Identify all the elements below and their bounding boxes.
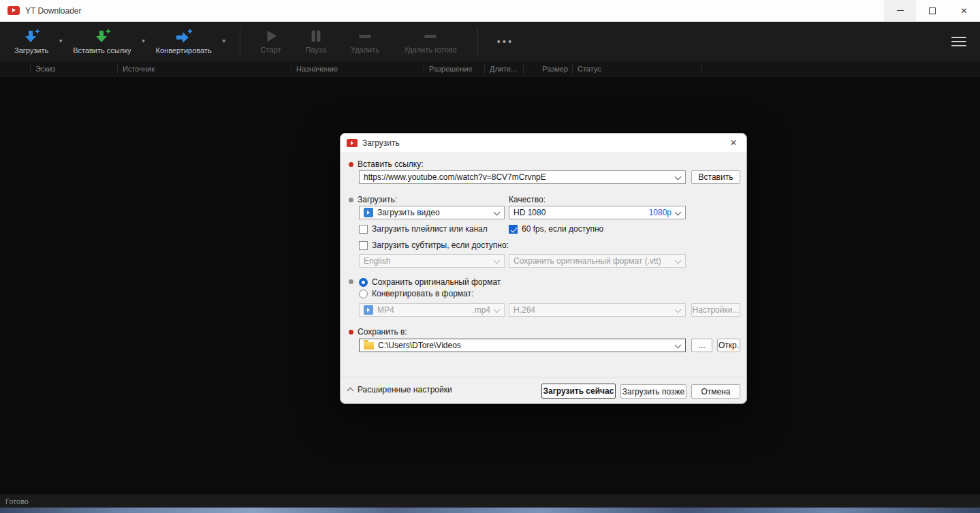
status-text: Готово [5, 497, 29, 506]
dialog-footer-divider [341, 377, 746, 377]
playlist-checkbox-label: Загрузить плейлист или канал [372, 224, 488, 234]
paste-link-dropdown-chevron-icon[interactable]: ▼ [136, 38, 151, 44]
convert-format-radio[interactable]: Конвертировать в формат: [359, 289, 473, 298]
download-later-label: Загрузить позже [622, 387, 684, 397]
save-path-value: C:\Users\DTore\Videos [378, 341, 461, 350]
toolbar-download-button[interactable]: Загрузить [10, 22, 53, 61]
convert-format-radio-label: Конвертировать в формат: [372, 289, 473, 298]
app-logo-icon [7, 6, 20, 15]
maximize-button[interactable] [916, 0, 948, 21]
quality-select[interactable]: HD 1080 1080p [509, 206, 686, 219]
subtitles-checkbox-label: Загрузить субтитры, если доступно: [372, 240, 509, 250]
open-folder-button[interactable]: Откр. [717, 339, 740, 352]
keep-original-radio[interactable]: Сохранить оригинальный формат [359, 277, 501, 287]
url-input[interactable]: https://www.youtube.com/watch?v=8CV7mCrv… [359, 170, 686, 184]
menu-button[interactable] [951, 37, 966, 46]
desktop-wallpaper-strip [0, 508, 980, 513]
toolbar-start-label: Старт [261, 46, 281, 54]
download-now-button[interactable]: Загрузить сейчас [541, 384, 616, 399]
toolbar-paste-link-label: Вставить ссылку [73, 46, 131, 55]
column-separator [701, 65, 702, 74]
download-arrow-icon [22, 29, 40, 44]
toolbar-download-label: Загрузить [14, 46, 48, 55]
save-to-label: Сохранить в: [358, 327, 407, 337]
dialog-body: Вставить ссылку: https://www.youtube.com… [341, 152, 746, 404]
toolbar-pause-label: Пауза [305, 46, 326, 54]
toolbar-delete-button: Удалить [338, 22, 392, 61]
column-header-destination[interactable]: Назначение [291, 65, 424, 74]
column-header-resolution[interactable]: Разрешение [424, 65, 484, 74]
minimize-button[interactable] [884, 0, 916, 21]
codec-value: H.264 [513, 305, 535, 315]
download-mode-value: Загрузить видео [377, 208, 440, 217]
quality-resolution: 1080p [649, 208, 671, 217]
container-format-value: MP4 [377, 305, 394, 315]
checkbox-icon [359, 225, 368, 234]
toolbar-pause-button: Пауза [293, 22, 338, 61]
paste-link-label: Вставить ссылку: [358, 159, 424, 169]
fps-checkbox[interactable]: 60 fps, если доступно [509, 224, 603, 234]
convert-dropdown-chevron-icon[interactable]: ▼ [217, 38, 232, 44]
download-later-button[interactable]: Загрузить позже [620, 384, 686, 399]
pause-icon [309, 29, 323, 44]
container-ext: .mp4 [472, 305, 490, 315]
required-bullet [349, 330, 353, 335]
section-bullet [349, 279, 353, 284]
download-mode-select[interactable]: Загрузить видео [359, 206, 505, 219]
cancel-button[interactable]: Отмена [691, 384, 740, 399]
radio-selected-icon [359, 278, 368, 287]
convert-arrow-icon [175, 29, 193, 44]
advanced-settings-label: Расширенные настройки [358, 385, 452, 394]
delete-icon [357, 29, 373, 44]
toolbar-start-button: Старт [249, 22, 294, 61]
minimize-icon [897, 10, 904, 11]
toolbar-delete-label: Удалить [351, 46, 379, 54]
column-header-size[interactable]: Размер [523, 65, 572, 74]
section-bullet [349, 198, 353, 202]
menu-icon [951, 37, 966, 38]
toolbar-separator [477, 27, 478, 56]
download-now-label: Загрузить сейчас [543, 386, 614, 396]
toolbar-paste-link-button[interactable]: Вставить ссылку [68, 22, 136, 61]
column-header-thumbnail[interactable]: Эскиз [30, 65, 117, 74]
toolbar-more-button[interactable]: ••• [486, 35, 525, 47]
dialog-app-icon [347, 139, 358, 147]
advanced-settings-toggle[interactable]: Расширенные настройки [348, 384, 452, 395]
keep-original-radio-label: Сохранить оригинальный формат [372, 277, 501, 287]
list-header: Эскиз Источник Назначение Разрешение Дли… [0, 61, 980, 77]
column-header-status[interactable]: Статус [572, 65, 701, 74]
settings-button: Настройки... [691, 303, 740, 317]
subtitle-language-value: English [364, 256, 390, 266]
paste-button[interactable]: Вставить [691, 170, 740, 184]
close-button[interactable]: ✕ [948, 0, 980, 21]
dialog-close-button[interactable]: ✕ [723, 134, 744, 152]
maximize-icon [929, 7, 936, 14]
toolbar-delete-done-label: Удалить готово [404, 46, 457, 54]
codec-select: H.264 [509, 303, 686, 317]
column-header-duration[interactable]: Длите... [484, 65, 523, 74]
required-bullet [349, 162, 353, 167]
column-header-source[interactable]: Источник [117, 65, 291, 74]
close-icon: ✕ [960, 6, 967, 16]
playlist-checkbox[interactable]: Загрузить плейлист или канал [359, 224, 488, 234]
subtitle-language-select: English [359, 254, 505, 268]
toolbar-convert-button[interactable]: Конвертировать [151, 22, 217, 61]
delete-done-icon [422, 29, 439, 44]
video-icon [364, 208, 373, 217]
titlebar: YT Downloader ✕ [0, 0, 980, 22]
radio-icon [359, 290, 368, 298]
play-icon [264, 29, 279, 44]
url-value: https://www.youtube.com/watch?v=8CV7mCrv… [364, 172, 546, 182]
save-path-select[interactable]: C:\Users\DTore\Videos [359, 339, 686, 352]
dialog-title: Загрузить [362, 138, 400, 148]
browse-button[interactable]: ... [691, 339, 712, 352]
subtitles-checkbox[interactable]: Загрузить субтитры, если доступно: [359, 240, 509, 250]
checkbox-checked-icon [509, 225, 518, 234]
download-label: Загрузить: [358, 195, 397, 204]
subtitle-format-value: Сохранить оригинальный формат (.vtt) [513, 256, 661, 266]
checkbox-icon [359, 241, 368, 250]
download-dropdown-chevron-icon[interactable]: ▼ [53, 38, 68, 44]
toolbar-delete-done-button: Удалить готово [392, 22, 469, 61]
download-dialog: Загрузить ✕ Вставить ссылку: https://www… [340, 133, 747, 404]
quality-label: Качество: [509, 195, 546, 204]
